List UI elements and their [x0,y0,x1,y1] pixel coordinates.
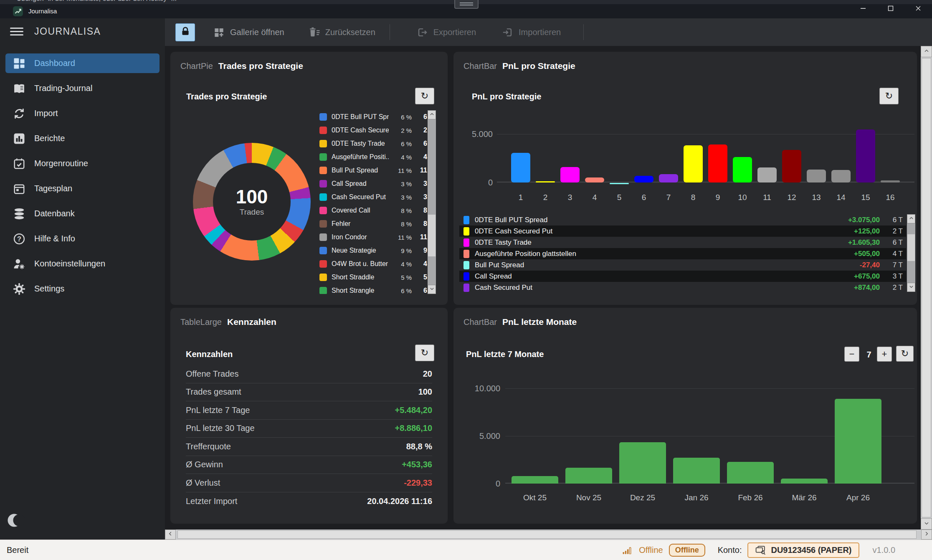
strategy-trade-count: 7 T [885,261,903,269]
card-title: PnL letzte Monate [502,317,577,327]
maximize-button[interactable] [877,0,904,18]
account-button[interactable]: DU9123456 (PAPER) [747,542,859,558]
sidebar-item-tagesplan[interactable]: Tagesplan [5,179,160,198]
bar [727,462,774,484]
window-drag-handle[interactable] [454,0,479,9]
pie-legend-item: Covered Call8 %8 [319,204,427,217]
app-logo-icon [13,6,23,17]
pnl-table-row: 0DTE Bull PUT Spread+3.075,006 T [459,214,906,226]
pnl-table-row: Bull Put Spread-27,407 T [459,259,906,271]
chevron-left-icon [167,531,173,538]
legend-count: 3 [416,180,427,188]
strategy-pnl-value: -27,40 [826,261,880,269]
bar [782,150,801,182]
kennzahl-label: Trades gesamt [186,387,241,397]
legend-count: 8 [416,220,427,228]
chevron-up-icon [429,111,435,119]
scrollbar-thumb[interactable] [428,215,436,256]
scrollbar-thumb[interactable] [177,530,917,539]
horizontal-scrollbar[interactable] [165,530,932,540]
minimize-button[interactable] [849,0,877,18]
bar [881,180,900,182]
sidebar-item-berichte[interactable]: Berichte [5,129,160,148]
sidebar-header: JOURNALISA [10,26,101,37]
table-scrollbar[interactable] [907,214,915,292]
pie-legend-item: 0DTE Tasty Trade6 %6 [319,137,427,150]
scroll-down-button[interactable] [921,518,932,530]
import-button[interactable]: Importieren [502,27,561,38]
scrollbar-thumb[interactable] [922,58,931,517]
legend-swatch [319,274,327,281]
bar [565,468,612,484]
chevron-up-icon [909,215,914,223]
y-axis-tick: 10.000 [458,384,500,393]
refresh-button[interactable]: ↻ [415,88,434,104]
vertical-scrollbar[interactable] [921,46,932,530]
legend-count: 11 [416,233,427,241]
scroll-up-button[interactable] [921,46,932,57]
bar [634,176,653,182]
moon-icon[interactable] [7,511,25,530]
legend-count: 4 [416,153,427,161]
gridline [497,134,914,134]
x-axis-tick: 11 [755,193,780,202]
bar [610,183,629,184]
open-gallery-button[interactable]: Gallerie öffnen [213,27,284,38]
refresh-button[interactable]: ↻ [879,88,899,104]
x-axis-tick: 5 [607,193,632,202]
scroll-down-button[interactable] [428,285,436,294]
donut-chart: 100 Trades [193,143,311,261]
decrease-months-button[interactable]: − [844,347,859,362]
scroll-up-button[interactable] [428,110,436,119]
account-label: Konto: [718,545,742,555]
dashboard-icon [13,57,25,70]
legend-percent: 6 % [393,114,412,121]
sidebar-item-label: Datenbank [34,209,75,218]
x-axis-tick: Feb 26 [729,493,771,502]
signal-bars-icon [623,547,633,554]
card-type-label: ChartBar [463,317,497,327]
legend-percent: 2 % [393,127,412,134]
sidebar-item-hilfe-info[interactable]: ?Hilfe & Info [5,229,160,248]
monitors-icon [755,545,766,555]
sidebar: JOURNALISA DashboardTrading-JournalImpor… [0,18,165,540]
sidebar-item-settings[interactable]: Settings [5,279,160,299]
increase-months-button[interactable]: + [877,347,892,362]
kennzahlen-table: Offene Trades20Trades gesamt100PnL letzt… [186,365,432,510]
sidebar-item-trading-journal[interactable]: Trading-Journal [5,79,160,98]
sidebar-nav: DashboardTrading-JournalImportBerichteMo… [5,53,160,304]
pnl-table-row: 0DTE Cash Secured Put+125,002 T [459,226,906,237]
scroll-down-button[interactable] [907,283,915,292]
statusbar: Bereit Offline Offline Konto: DU9123456 … [0,540,932,560]
sidebar-item-kontoeinstellungen[interactable]: Kontoeinstellungen [5,254,160,274]
reset-button[interactable]: Zurücksetzen [309,27,375,38]
scroll-up-button[interactable] [907,214,915,223]
sidebar-item-label: Settings [34,284,64,294]
strategy-trade-count: 2 T [885,284,903,292]
export-button[interactable]: Exportieren [417,27,476,38]
refresh-button[interactable]: ↻ [415,345,434,361]
sidebar-item-datenbank[interactable]: Datenbank [5,204,160,223]
export-label: Exportieren [433,28,476,37]
scrollbar-thumb[interactable] [907,234,915,261]
bar [708,144,727,182]
toolbar-separator [583,24,584,40]
chevron-right-icon [924,531,929,538]
sidebar-item-morgenroutine[interactable]: Morgenroutine [5,154,160,173]
legend-swatch [463,238,469,247]
menu-toggle-button[interactable] [10,27,23,37]
close-button[interactable] [904,0,932,18]
legend-label: Iron Condor [332,233,389,241]
scroll-right-button[interactable] [921,530,932,540]
card-header: ChartPie Trades pro Strategie [180,61,303,71]
legend-scrollbar[interactable] [428,110,436,294]
refresh-button[interactable]: ↻ [896,346,914,362]
scroll-left-button[interactable] [165,530,176,540]
sidebar-item-import[interactable]: Import [5,104,160,123]
legend-label: 0DTE Tasty Trade [332,140,389,147]
sidebar-item-dashboard[interactable]: Dashboard [5,53,160,73]
lock-button[interactable] [175,23,195,41]
kennzahl-row: PnL letzte 30 Tage+8.886,10 [186,420,432,438]
card-header: ChartBar PnL letzte Monate [463,317,577,327]
x-axis-tick: 8 [681,193,706,202]
